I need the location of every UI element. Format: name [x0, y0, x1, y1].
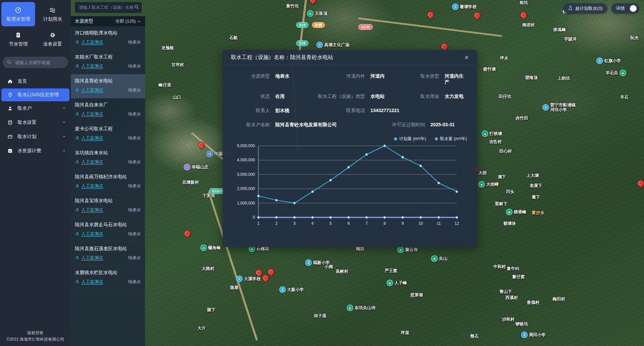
map-label: 思茅湖 [410, 293, 423, 297]
info-row: 取水户名称陆河县青砼水电发展有限公司许可证过期时间2025-03-31 [236, 122, 464, 128]
map-label: ▲大排嶂 [478, 181, 499, 188]
map-label: 大排 [478, 170, 487, 175]
filter-label: 水源类型 [75, 18, 93, 24]
close-icon[interactable]: ✕ [465, 54, 469, 61]
person-icon [75, 256, 80, 260]
station-list-item[interactable]: 陆河县激石溪老区水电站人工监测点地表水 [71, 242, 145, 266]
toggle-knob-icon[interactable] [630, 5, 637, 12]
app-tile-2[interactable]: 计划用水 [36, 2, 69, 26]
station-search[interactable] [75, 2, 142, 13]
manual-monitor-link[interactable]: 人工监测点 [75, 279, 103, 285]
sidebar-search[interactable] [3, 57, 68, 68]
map-label: ⌂幸福山庄 [184, 164, 208, 170]
svg-text:12: 12 [454, 221, 459, 226]
water-type-label: 地表水 [128, 183, 141, 189]
app-tile-4[interactable]: 业务设置 [36, 27, 69, 51]
map-pin-icon[interactable] [473, 11, 482, 20]
school-icon: 文 [521, 332, 528, 338]
station-list-item[interactable]: 东坑镇自来水站人工监测点地表水 [71, 146, 145, 170]
water-type-label: 地表水 [128, 159, 141, 165]
map-label: 黄竹坑 [286, 4, 299, 8]
map-label: 老屋下 [530, 183, 542, 188]
map-label: 花塘新村 [182, 180, 199, 185]
station-list-item[interactable]: 陆河县南万镇杞洋水电站人工监测点地表水 [71, 170, 145, 194]
svg-text:10: 10 [418, 221, 423, 226]
station-list-item[interactable]: 陆河县青砼水电站人工监测点地表水 [71, 74, 145, 98]
map-pin-icon[interactable] [636, 179, 644, 188]
map-label: 下罗布 [202, 193, 215, 198]
detail-toggle[interactable]: 详情 [611, 3, 639, 14]
map-pin-icon[interactable] [426, 10, 435, 19]
sidebar-item-5[interactable]: 取水计划 [0, 130, 71, 144]
map-pin-icon[interactable] [267, 267, 276, 276]
station-list-item[interactable]: 麦卡公司取水工程人工监测点地表水 [71, 122, 145, 146]
app-tile-3[interactable]: 节水管理 [1, 27, 35, 51]
station-list-item[interactable]: 河口镇唱歌潭水电站人工监测点地表水 [71, 26, 145, 50]
manual-monitor-link[interactable]: 人工监测点 [75, 207, 103, 213]
map-label: 相坑 [520, 0, 528, 5]
map-toolbar: 超计划取水(0) 详情 [563, 3, 639, 14]
manual-monitor-link[interactable]: 人工监测点 [75, 39, 103, 45]
road-badge: G235 [358, 24, 373, 30]
station-name: 陆河县宝塔水电站 [75, 198, 141, 204]
map-pin-icon[interactable] [519, 10, 528, 20]
map-label: 文大溪学校 [236, 276, 261, 282]
map-label: S19 [296, 22, 308, 28]
search-icon[interactable] [134, 4, 139, 11]
field-value: 2025-03-31 [430, 122, 455, 127]
map-pin-icon[interactable] [261, 273, 270, 283]
manual-monitor-link[interactable]: 人工监测点 [75, 159, 103, 165]
map-label: 中和村 [493, 264, 506, 269]
person-icon [75, 208, 80, 212]
map-pin-icon[interactable] [197, 140, 206, 150]
app-tile-1[interactable]: 取用水管理 [1, 2, 35, 26]
sidebar-search-input[interactable] [15, 60, 66, 65]
map-label: 梅田村 [553, 297, 565, 301]
station-list-item[interactable]: 陆河县自来水厂人工监测点地表水 [71, 98, 145, 122]
manual-monitor-link[interactable]: 人工监测点 [75, 63, 103, 69]
legend-dot-icon [435, 137, 438, 140]
manual-monitor-link[interactable]: 人工监测点 [75, 231, 103, 237]
manual-monitor-link[interactable]: 人工监测点 [75, 111, 103, 117]
map-pin-icon[interactable] [183, 229, 192, 238]
chevron-down-icon [62, 120, 66, 125]
home-icon [7, 79, 13, 84]
map-label: 文高塘文化广场 [316, 42, 349, 48]
manual-monitor-link[interactable]: 人工监测点 [75, 255, 103, 261]
svg-text:2: 2 [275, 221, 278, 226]
station-list-item[interactable]: 水唇镇水栏肚水电站人工监测点地表水 [71, 266, 145, 290]
field-label: 水源类型 [236, 73, 270, 79]
manual-monitor-link[interactable]: 人工监测点 [75, 135, 103, 141]
station-list-item[interactable]: 陆河县水唇走马石水电站人工监测点地表水 [71, 218, 145, 242]
copyright: 版权所有 ©2021 珠海市仁智科技有限公司 [0, 330, 71, 343]
map-label: 陈屋 [230, 285, 239, 290]
field-value: 彭木桃 [275, 108, 289, 114]
over-plan-button[interactable]: 超计划取水(0) [563, 3, 607, 14]
map-label: 文红旗小学 [596, 58, 621, 64]
map-label: 挨坬峰 [553, 27, 566, 32]
station-panel: 水源类型 全部 (125) 河口镇唱歌潭水电站人工监测点地表水友能水厂取水工程人… [71, 0, 145, 346]
sidebar-item-2[interactable]: 取水口GIS信息管理 [1, 88, 69, 101]
filter-dropdown[interactable]: 全部 (125) [115, 18, 141, 24]
info-field: 取水类型河道内生产 [405, 73, 464, 85]
legend-item[interactable]: 计划量 (m³/年) [394, 136, 426, 142]
map-label: 峰仔里 [159, 83, 171, 87]
station-list-item[interactable]: 陆河县宝塔水电站人工监测点地表水 [71, 194, 145, 218]
field-value: 水电站 [370, 94, 385, 100]
station-list-item[interactable]: 友能水厂取水工程人工监测点地表水 [71, 50, 145, 74]
manual-monitor-link[interactable]: 人工监测点 [75, 87, 103, 93]
map-pin-icon[interactable] [308, 0, 317, 4]
sidebar-item-6[interactable]: 水资源计费 [0, 144, 71, 158]
field-label: 联系人 [236, 108, 270, 114]
map-pin-icon[interactable] [440, 42, 449, 51]
sidebar-item-3[interactable]: 取水户 [0, 101, 71, 115]
water-type-label: 地表水 [128, 39, 141, 45]
station-search-input[interactable] [78, 5, 134, 10]
sidebar-item-4[interactable]: 取水设置 [0, 115, 71, 130]
user-icon [7, 106, 13, 111]
legend-item[interactable]: 取水量 (m³/年) [435, 136, 467, 142]
map-label: 寨仔窝 [512, 274, 525, 279]
map-label: 文福新小学 [305, 260, 330, 266]
manual-monitor-link[interactable]: 人工监测点 [75, 183, 103, 189]
sidebar-item-1[interactable]: 首页 [0, 74, 71, 88]
